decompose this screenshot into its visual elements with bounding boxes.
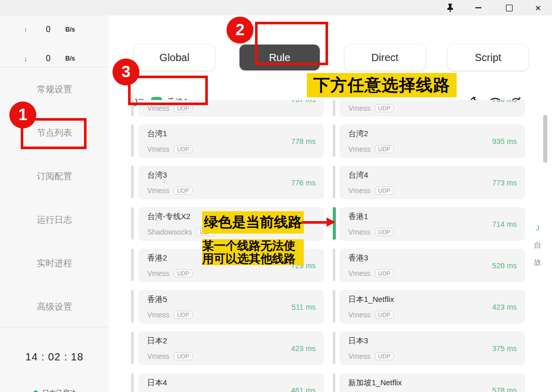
node-latency: 778 ms xyxy=(291,137,316,146)
node-protocol-row: Vmess UDP xyxy=(147,186,193,195)
node-protocol-row: Vmess UDP xyxy=(147,145,193,153)
group-index-item[interactable]: J xyxy=(532,224,543,241)
node-card[interactable]: 香港3 Vmess UDP 520 ms xyxy=(339,249,525,282)
sidebar-item-advanced-settings[interactable]: 高级设置 xyxy=(0,301,109,313)
close-icon: ✕ xyxy=(535,4,542,12)
node-card[interactable]: Vmess UDP 766 ms xyxy=(339,100,525,117)
node-protocol-row: Vmess UDP xyxy=(147,269,193,278)
node-card[interactable]: 台湾2 Vmess UDP 935 ms xyxy=(339,124,525,158)
node-card[interactable]: 台湾1 Vmess UDP 778 ms xyxy=(138,124,324,158)
node-latency: 714 ms xyxy=(492,220,517,228)
udp-badge: UDP xyxy=(375,311,394,319)
node-selection-indicator xyxy=(131,373,134,392)
mode-button-direct[interactable]: Direct xyxy=(345,45,425,70)
node-name: 香港1 xyxy=(348,212,368,222)
node-selection-indicator xyxy=(333,100,335,117)
udp-badge: UDP xyxy=(174,145,193,153)
node-card[interactable]: 台湾3 Vmess UDP 776 ms xyxy=(138,166,324,199)
node-latency: 776 ms xyxy=(291,179,316,187)
annotation-step-3: 3 xyxy=(112,59,139,85)
sidebar-item-run-log[interactable]: 运行日志 xyxy=(0,214,109,226)
app-window: ✕ ↑ 0 B/s ↓ 0 B/s 常规设置 节点列表 订阅配置 运行日志 实时… xyxy=(0,0,552,392)
node-name: 香港3 xyxy=(348,253,368,263)
group-index-item[interactable]: 故 xyxy=(532,258,543,275)
node-name: 台湾2 xyxy=(348,129,368,139)
node-name: 香港2 xyxy=(147,253,167,263)
node-card[interactable]: 香港5 Vmess UDP 511 ms xyxy=(138,290,324,324)
upload-speed: ↑ 0 B/s xyxy=(0,24,109,35)
main-content: Global Rule Direct Script JB S 香港1 xyxy=(109,16,552,392)
sidebar-item-realtime-process[interactable]: 实时进程 xyxy=(0,257,109,269)
node-selection-indicator xyxy=(333,373,335,392)
node-name: 日本2 xyxy=(147,336,167,346)
node-card[interactable]: 日本1_Netflix Vmess UDP 423 ms xyxy=(339,290,525,324)
node-name: 日本1_Netflix xyxy=(348,295,394,304)
node-name: 新加坡1_Netflix xyxy=(348,378,402,388)
node-selection-indicator xyxy=(333,290,335,323)
node-latency: 520 ms xyxy=(492,262,517,270)
mode-button-script[interactable]: Script xyxy=(448,45,528,70)
sidebar-item-subscription-config[interactable]: 订阅配置 xyxy=(0,170,109,182)
node-protocol: Vmess xyxy=(147,269,169,278)
node-card[interactable]: 日本2 Vmess UDP 423 ms xyxy=(138,331,324,365)
udp-badge: UDP xyxy=(174,311,193,319)
minimize-button[interactable] xyxy=(468,0,489,16)
mode-button-global[interactable]: Global xyxy=(134,45,215,70)
node-card[interactable]: 台湾4 Vmess UDP 773 ms xyxy=(339,166,525,199)
node-latency: 375 ms xyxy=(492,344,517,353)
annotation-current-line: 绿色是当前线路 xyxy=(202,211,304,234)
node-name: 日本4 xyxy=(147,378,167,388)
node-protocol-row: Vmess UDP xyxy=(348,186,394,195)
node-latency: 773 ms xyxy=(492,179,517,187)
udp-badge: UDP xyxy=(174,269,193,278)
annotation-box-rule xyxy=(255,22,328,65)
udp-badge: UDP xyxy=(375,145,394,153)
node-protocol: Vmess xyxy=(147,311,169,319)
node-selection-indicator xyxy=(131,207,134,240)
annotation-banner: 下方任意选择线路 xyxy=(307,73,457,97)
node-latency: 935 ms xyxy=(492,137,517,146)
minimize-icon xyxy=(475,7,482,8)
node-protocol: Vmess xyxy=(348,104,371,112)
group-index-item[interactable]: 自 xyxy=(532,241,543,258)
annotation-arrowhead-icon xyxy=(327,217,335,227)
node-protocol-row: Vmess UDP xyxy=(147,352,193,360)
node-latency: 757 ms xyxy=(291,100,316,104)
udp-badge: UDP xyxy=(375,269,394,278)
annotation-step-2: 2 xyxy=(227,17,253,43)
node-card[interactable]: 新加坡1_Netflix Vmess UDP 578 ms xyxy=(339,373,525,392)
node-card[interactable]: 香港1 Vmess UDP 714 ms xyxy=(339,207,525,241)
node-card[interactable]: 日本3 Vmess UDP 375 ms xyxy=(339,331,525,365)
node-selection-indicator xyxy=(131,249,134,281)
udp-badge: UDP xyxy=(375,352,394,360)
sidebar-item-general-settings[interactable]: 常规设置 xyxy=(0,83,109,95)
udp-badge: UDP xyxy=(375,186,394,195)
download-arrow-icon: ↓ xyxy=(24,55,27,63)
close-button[interactable]: ✕ xyxy=(528,0,548,16)
node-protocol: Vmess xyxy=(348,269,371,278)
node-protocol: Vmess xyxy=(147,352,169,360)
node-protocol: Vmess xyxy=(348,352,371,360)
node-name: 台湾-专线X2 xyxy=(147,212,190,222)
node-card[interactable]: 日本4 Vmess UDP 461 ms xyxy=(138,373,324,392)
node-protocol: Vmess xyxy=(147,186,169,195)
node-selection-indicator xyxy=(131,166,134,198)
node-name: 香港5 xyxy=(147,295,167,304)
annotation-fallback-tip: 某一个线路无法使 用可以选其他线路 xyxy=(202,239,304,265)
node-selection-indicator xyxy=(333,166,335,198)
node-protocol: Vmess xyxy=(348,228,371,236)
node-latency: 578 ms xyxy=(492,386,517,392)
scrollbar-thumb[interactable] xyxy=(543,115,547,163)
node-name: 台湾1 xyxy=(147,129,167,139)
sidebar: ↑ 0 B/s ↓ 0 B/s 常规设置 节点列表 订阅配置 运行日志 实时进程… xyxy=(0,16,109,392)
node-name: 台湾3 xyxy=(147,170,167,180)
node-protocol: Vmess xyxy=(348,145,371,153)
node-selection-indicator xyxy=(333,249,335,281)
node-selection-indicator xyxy=(131,290,134,323)
upload-arrow-icon: ↑ xyxy=(24,26,27,34)
pin-icon[interactable] xyxy=(440,0,460,16)
maximize-button[interactable] xyxy=(499,0,519,16)
titlebar: ✕ xyxy=(0,0,552,16)
sidebar-divider-top xyxy=(0,67,109,67)
node-latency: 423 ms xyxy=(291,344,316,353)
